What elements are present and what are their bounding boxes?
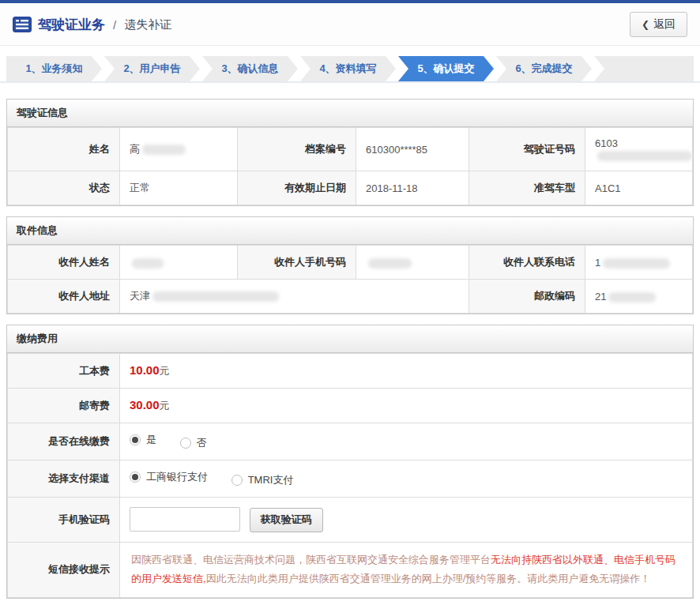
breadcrumb: 驾驶证业务 / 遗失补证 — [13, 16, 171, 34]
back-button[interactable]: ❮ 返回 — [630, 12, 687, 37]
table-row: 短信接收提示 因陕西省联通、电信运营商技术问题，陕西省互联网交通安全综合服务管理… — [8, 542, 693, 597]
field-value — [356, 246, 469, 280]
table-row: 姓名 高 档案编号 610300****85 驾驶证号码 6103 — [8, 128, 693, 171]
redacted-value — [132, 258, 164, 269]
chevron-left-icon: ❮ — [642, 19, 649, 30]
currency-unit: 元 — [160, 365, 170, 377]
radio-option-label: 是 — [146, 433, 156, 447]
redacted-value — [603, 258, 670, 269]
field-label: 邮寄费 — [8, 389, 120, 423]
online-payment-options: 是 否 — [120, 423, 693, 460]
field-label: 收件人联系电话 — [469, 246, 585, 280]
notice-segment: 因陕西省联通、电信运营商技术问题，陕西省互联网交通安全综合服务管理平台 — [131, 554, 491, 566]
field-value: 高 — [120, 128, 238, 171]
form-list-icon — [13, 17, 32, 32]
field-value: 10.00元 — [120, 354, 693, 389]
sms-code-input[interactable] — [130, 507, 240, 532]
fees-section: 缴纳费用 工本费 10.00元 邮寄费 30.00元 是否在线缴费 是 — [6, 325, 694, 599]
captcha-row: 获取验证码 — [120, 498, 693, 543]
payment-channel-options: 工商银行支付 TMRI支付 — [120, 460, 693, 498]
fees-section-title: 缴纳费用 — [7, 325, 693, 353]
radio-button-icon — [130, 434, 141, 445]
field-value: 610300****85 — [356, 128, 469, 171]
radio-option-label: 工商银行支付 — [146, 470, 208, 484]
field-label: 状态 — [8, 171, 120, 205]
redacted-value — [142, 145, 186, 155]
step-2-user-declaration[interactable]: 2、用户申告 — [104, 56, 200, 81]
step-3-confirm-info[interactable]: 3、确认信息 — [202, 56, 298, 81]
step-5-confirm-submit[interactable]: 5、确认提交 — [398, 56, 494, 81]
license-section-title: 驾驶证信息 — [7, 100, 693, 127]
work-fee-amount: 10.00 — [130, 363, 160, 377]
radio-button-icon — [231, 475, 243, 486]
table-row: 状态 正常 有效期止日期 2018-11-18 准驾车型 A1C1 — [8, 171, 693, 205]
table-row: 收件人地址 天津 邮政编码 21 — [8, 280, 693, 314]
table-row: 邮寄费 30.00元 — [8, 389, 693, 423]
radio-option-label: TMRI支付 — [248, 473, 294, 487]
delivery-info-table: 收件人姓名 收件人手机号码 收件人联系电话 1 收件人地址 天津 邮政编码 21 — [7, 245, 693, 314]
step-4-fill-data[interactable]: 4、资料填写 — [300, 56, 396, 81]
page-title: 驾驶证业务 — [38, 16, 105, 34]
field-value: 30.00元 — [120, 389, 693, 423]
breadcrumb-separator: / — [113, 18, 116, 32]
radio-button-icon — [180, 438, 191, 449]
field-label: 工本费 — [8, 354, 120, 389]
table-row: 收件人姓名 收件人手机号码 收件人联系电话 1 — [8, 246, 693, 280]
redacted-value — [152, 291, 279, 302]
back-button-label: 返回 — [653, 17, 676, 32]
delivery-section-title: 取件信息 — [7, 217, 693, 245]
field-label: 准驾车型 — [469, 171, 585, 205]
table-row: 选择支付渠道 工商银行支付 TMRI支付 — [8, 460, 693, 498]
field-value: 天津 — [120, 280, 469, 314]
field-value: 1 — [585, 246, 693, 280]
fees-table: 工本费 10.00元 邮寄费 30.00元 是否在线缴费 是 否 — [7, 353, 693, 598]
field-value: A1C1 — [585, 171, 693, 205]
field-label: 驾驶证号码 — [469, 128, 585, 171]
radio-option-icbc[interactable]: 工商银行支付 — [130, 470, 208, 484]
field-label: 选择支付渠道 — [8, 460, 120, 498]
get-sms-code-button[interactable]: 获取验证码 — [250, 508, 323, 532]
license-info-table: 姓名 高 档案编号 610300****85 驾驶证号码 6103 状态 正常 … — [7, 127, 693, 205]
table-row: 工本费 10.00元 — [8, 354, 693, 389]
field-label: 收件人姓名 — [8, 246, 120, 280]
field-label: 姓名 — [8, 128, 120, 171]
radio-option-label: 否 — [197, 436, 207, 450]
field-value — [120, 246, 238, 280]
field-label: 手机验证码 — [8, 498, 120, 543]
redacted-value — [597, 151, 692, 161]
field-value: 2018-11-18 — [356, 171, 469, 205]
field-label: 档案编号 — [238, 128, 356, 171]
field-label: 收件人地址 — [8, 280, 120, 314]
field-label: 短信接收提示 — [8, 542, 120, 597]
field-label: 邮政编码 — [469, 280, 585, 314]
step-6-complete-submit[interactable]: 6、完成提交 — [496, 56, 592, 81]
notice-segment: 因此无法向此类用户提供陕西省交通管理业务的网上办理/预约等服务。请此类用户避免无… — [206, 573, 651, 584]
step-bar: 1、业务须知 2、用户申告 3、确认信息 4、资料填写 5、确认提交 6、完成提… — [0, 56, 700, 83]
step-bar-filler — [594, 56, 694, 81]
sms-notice-text: 因陕西省联通、电信运营商技术问题，陕西省互联网交通安全综合服务管理平台无法向持陕… — [120, 542, 693, 597]
radio-button-icon — [130, 472, 141, 483]
license-info-section: 驾驶证信息 姓名 高 档案编号 610300****85 驾驶证号码 6103 … — [6, 99, 694, 206]
table-row: 是否在线缴费 是 否 — [8, 423, 693, 460]
step-1-business-notice[interactable]: 1、业务须知 — [6, 56, 102, 81]
table-row: 手机验证码 获取验证码 — [8, 498, 693, 543]
page-header: 驾驶证业务 / 遗失补证 ❮ 返回 — [0, 3, 700, 46]
redacted-value — [368, 258, 412, 269]
radio-option-no[interactable]: 否 — [180, 436, 207, 450]
currency-unit: 元 — [160, 400, 170, 411]
post-fee-amount: 30.00 — [130, 398, 160, 411]
field-label: 是否在线缴费 — [8, 423, 120, 460]
field-value: 正常 — [120, 171, 238, 205]
radio-option-yes[interactable]: 是 — [130, 433, 156, 447]
radio-option-tmri[interactable]: TMRI支付 — [231, 473, 294, 487]
field-label: 收件人手机号码 — [238, 246, 356, 280]
field-label: 有效期止日期 — [238, 171, 356, 205]
field-value: 21 — [585, 280, 693, 314]
field-value: 6103 — [585, 128, 693, 171]
redacted-value — [608, 292, 656, 302]
delivery-info-section: 取件信息 收件人姓名 收件人手机号码 收件人联系电话 1 收件人地址 天津 邮政… — [6, 216, 694, 314]
page-subtitle: 遗失补证 — [124, 17, 171, 32]
